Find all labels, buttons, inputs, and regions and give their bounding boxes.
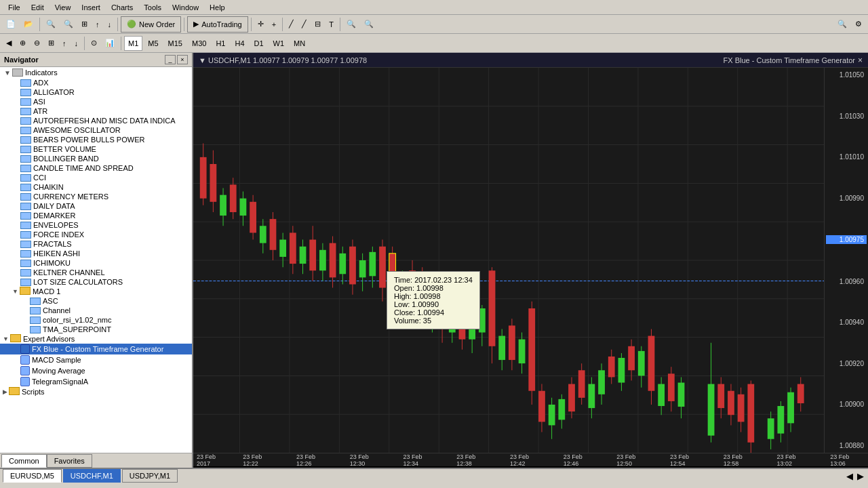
tf-up-btn[interactable]: ↑ (59, 35, 70, 52)
nav-item-ichimoku[interactable]: ICHIMOKU (0, 258, 192, 268)
nav-item-tma[interactable]: TMA_SUPERPOINT (0, 325, 192, 334)
crosshair-btn[interactable]: ✛ (254, 16, 267, 33)
nav-item-daily[interactable]: DAILY DATA (0, 201, 192, 211)
nav-item-alligator[interactable]: ALLIGATOR (0, 87, 192, 97)
chart-tab-usdchf[interactable]: USDCHF,M1 (63, 469, 121, 483)
tooltip-volume: Volume: 35 (394, 317, 473, 325)
chart-btn3[interactable]: ⊞ (78, 16, 91, 33)
navigator-close-btn[interactable]: × (177, 55, 188, 64)
tf-zoom-out-btn[interactable]: ⊖ (31, 35, 43, 52)
nav-item-force[interactable]: FORCE INDEX (0, 230, 192, 239)
text-btn[interactable]: T (326, 16, 337, 33)
nav-item-envelopes[interactable]: ENVELOPES (0, 220, 192, 230)
menu-view[interactable]: View (50, 2, 77, 13)
nav-item-demarker[interactable]: DEMARKER (0, 211, 192, 220)
tf-d1[interactable]: D1 (250, 36, 268, 51)
settings-btn[interactable]: ⚙ (852, 16, 865, 33)
nav-item-asc[interactable]: ASC (0, 296, 192, 306)
svg-rect-118 (668, 373, 675, 401)
nav-item-expert_advisors[interactable]: ▼Expert Advisors (0, 334, 192, 344)
nav-item-telegram[interactable]: TelegramSignalA (0, 376, 192, 387)
nav-item-candle[interactable]: CANDLE TIME AND SPREAD (0, 163, 192, 173)
autotrading-button[interactable]: ▶ AutoTrading (187, 16, 248, 33)
nav-indicators-section[interactable]: ▼ Indicators (0, 67, 192, 78)
tf-h1[interactable]: H1 (212, 36, 229, 51)
nav-item-awesome[interactable]: AWESOME OSCILLATOR (0, 125, 192, 135)
nav-tab-favorites[interactable]: Favorites (47, 454, 92, 468)
tf-m15[interactable]: M15 (164, 36, 186, 51)
menu-charts[interactable]: Charts (106, 2, 138, 13)
nav-item-bollinger[interactable]: BOLLINGER BAND (0, 154, 192, 163)
new-order-button[interactable]: 🟢 New Order (121, 16, 181, 33)
chart-tab-eurusd[interactable]: EURUSD,M5 (3, 469, 62, 483)
nav-label-alligator: ALLIGATOR (33, 88, 75, 96)
fibo-btn[interactable]: ⊟ (311, 16, 324, 33)
chart-close-btn[interactable]: × (858, 56, 863, 65)
tf-m30[interactable]: M30 (188, 36, 210, 51)
tf-arrow-btn[interactable]: ◀ (3, 35, 15, 52)
nav-item-color_rsi[interactable]: color_rsi_v1.02_nmc (0, 315, 192, 325)
line-btn[interactable]: ╱ (285, 16, 297, 33)
trend-btn[interactable]: ╱ (298, 16, 310, 33)
tf-grid-btn[interactable]: ⊞ (45, 35, 58, 52)
menu-help[interactable]: Help (204, 2, 231, 13)
chart-tab-usdjpy[interactable]: USDJPY,M1 (122, 469, 178, 483)
tabs-scroll-right[interactable]: ▶ (856, 470, 865, 483)
nav-item-currency[interactable]: CURRENCY METERS (0, 192, 192, 201)
nav-tab-common[interactable]: Common (1, 454, 47, 468)
price-7: 1.00920 (826, 360, 867, 367)
new-chart-btn[interactable]: 📄 (3, 16, 19, 33)
chart-btn2[interactable]: 🔍 (60, 16, 77, 33)
open-btn[interactable]: 📂 (20, 16, 37, 33)
tf-down-btn[interactable]: ↓ (71, 35, 82, 52)
tf-bar-btn[interactable]: 📊 (102, 35, 118, 52)
nav-item-moving_avg[interactable]: Moving Average (0, 365, 192, 376)
chart-area[interactable]: ▼ USDCHF,M1 1.00977 1.00979 1.00977 1.00… (193, 53, 868, 468)
nav-item-lot[interactable]: LOT SIZE CALCULATORS (0, 277, 192, 287)
menu-edit[interactable]: Edit (26, 2, 50, 13)
nav-item-bears[interactable]: BEARS POWER BULLS POWER (0, 135, 192, 144)
nav-item-keltner[interactable]: KELTNER CHANNEL (0, 268, 192, 277)
nav-item-channel[interactable]: Channel (0, 306, 192, 315)
nav-item-heiken[interactable]: HEIKEN ASHI (0, 249, 192, 258)
tf-h4[interactable]: H4 (231, 36, 248, 51)
nav-item-macd1[interactable]: ▼MACD 1 (0, 287, 192, 296)
nav-label-asc: ASC (43, 297, 58, 305)
tf-m5[interactable]: M5 (144, 36, 162, 51)
svg-rect-102 (588, 384, 595, 409)
tf-m1[interactable]: M1 (124, 36, 142, 51)
menu-window[interactable]: Window (167, 2, 204, 13)
tf-mn[interactable]: MN (290, 36, 309, 51)
nav-item-better[interactable]: BETTER VOLUME (0, 144, 192, 154)
chart-btn5[interactable]: ↓ (104, 16, 115, 33)
chart-btn4[interactable]: ↑ (92, 16, 103, 33)
tf-w1[interactable]: W1 (269, 36, 289, 51)
nav-item-chaikin[interactable]: CHAIKIN (0, 182, 192, 192)
chart-btn1[interactable]: 🔍 (43, 16, 59, 33)
zoom-out-btn[interactable]: 🔍 (361, 16, 377, 33)
nav-item-fxblue[interactable]: FX Blue - Custom Timeframe Generator (0, 344, 192, 354)
tf-select-btn[interactable]: ⊙ (87, 35, 100, 52)
search-btn[interactable]: 🔍 (834, 16, 850, 33)
menu-tools[interactable]: Tools (138, 2, 167, 13)
menu-file[interactable]: File (3, 2, 26, 13)
nav-label-tma: TMA_SUPERPOINT (43, 325, 111, 333)
tabs-scroll-left[interactable]: ◀ (845, 470, 854, 483)
nav-item-fractals[interactable]: FRACTALS (0, 239, 192, 249)
nav-item-scripts[interactable]: ▶Scripts (0, 387, 192, 396)
tf-zoom-btn[interactable]: ⊕ (16, 35, 29, 52)
navigator-list[interactable]: ▼ Indicators ADXALLIGATORASIATRAUTOREFRE… (0, 67, 192, 453)
zoom-in-btn[interactable]: 🔍 (343, 16, 359, 33)
nav-item-adx[interactable]: ADX (0, 78, 192, 87)
nav-item-macd_sample[interactable]: MACD Sample (0, 354, 192, 365)
menu-insert[interactable]: Insert (76, 2, 106, 13)
nav-item-autorefresh[interactable]: AUTOREFRESH AND MISC DATA INDICA (0, 116, 192, 125)
price-8: 1.00900 (826, 401, 867, 408)
nav-item-atr[interactable]: ATR (0, 106, 192, 116)
plus-btn[interactable]: + (269, 16, 279, 33)
navigator-controls: _ × (165, 55, 188, 64)
chart-indicator-label: FX Blue - Custom Timeframe Generator (724, 56, 855, 64)
nav-item-asi[interactable]: ASI (0, 97, 192, 106)
nav-item-cci[interactable]: CCI (0, 173, 192, 182)
navigator-minimize-btn[interactable]: _ (165, 55, 176, 64)
